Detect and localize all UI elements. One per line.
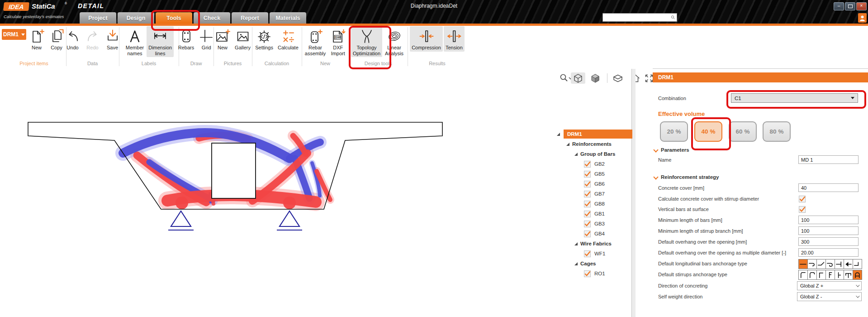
anchorage-type-closed-loop-icon[interactable]	[853, 270, 862, 280]
project-item-dropdown[interactable]: DRM1	[2, 29, 26, 40]
calculate-button[interactable]: Calculate	[276, 26, 300, 52]
input-concrete-cover-mm[interactable]: 40	[798, 183, 859, 192]
home-icon[interactable]	[628, 72, 643, 84]
tab-check[interactable]: Check	[194, 12, 230, 24]
tab-tools[interactable]: Tools	[156, 12, 192, 24]
linear-analysis-button[interactable]: Linear Analysis	[383, 26, 405, 57]
tree-leaf-label: GB5	[594, 171, 605, 177]
tree-item-ro1[interactable]: RO1	[584, 269, 605, 278]
tree-item-cages[interactable]: Cages	[574, 259, 596, 268]
volume-60-button[interactable]: 60 %	[729, 121, 757, 142]
tree-item-reinforcements[interactable]: Reinforcements	[566, 139, 612, 149]
section-header-reinforcement-strategy[interactable]: Reinforcement strategy	[661, 174, 719, 180]
compression-button[interactable]: Compression	[410, 26, 443, 52]
tree-item-gb1[interactable]: GB1	[584, 209, 605, 218]
section-header-parameters[interactable]: Parameters	[661, 147, 689, 153]
anchorage-type-bend-45-icon[interactable]	[816, 259, 826, 269]
anchorage-type-end-plate-icon[interactable]	[835, 259, 844, 269]
tree-item-group-of-bars[interactable]: Group of Bars	[574, 149, 615, 158]
anchorage-type-straight-icon[interactable]	[798, 259, 808, 269]
tree-expander[interactable]	[557, 130, 563, 139]
anchorage-type-hook-180-icon[interactable]	[825, 259, 835, 269]
input-default-overhang-over-the-open[interactable]: 20.00	[798, 248, 859, 257]
tree-checkbox[interactable]	[584, 181, 591, 187]
input-name[interactable]: MD 1	[798, 155, 859, 164]
dxf-import-button[interactable]: DXFDXF Import	[328, 26, 347, 57]
section-chevron-icon[interactable]	[653, 174, 658, 179]
tree-item-gb2[interactable]: GB2	[584, 159, 605, 168]
anchorage-type-head-stud-icon[interactable]	[844, 259, 853, 269]
tree-item-gb5[interactable]: GB5	[584, 169, 605, 178]
search-input[interactable]	[603, 15, 671, 20]
tab-project[interactable]: Project	[80, 12, 116, 24]
input-minimum-length-of-stirrup-bran[interactable]: 100	[798, 226, 859, 235]
anchorage-type-hook-135-icon[interactable]	[807, 270, 817, 280]
section-chevron-icon[interactable]	[653, 147, 658, 152]
anchorage-type-tick-icon[interactable]	[835, 270, 844, 280]
tab-report[interactable]: Report	[232, 12, 268, 24]
minimize-button[interactable]: –	[834, 2, 844, 10]
member-names-button[interactable]: Member names	[124, 26, 146, 57]
tree-item-gb6[interactable]: GB6	[584, 179, 605, 188]
anchorage-type-double-hook-icon[interactable]	[825, 270, 835, 280]
tree-item-wire-fabrics[interactable]: Wire Fabrics	[574, 239, 612, 248]
dimension-lines-button[interactable]: Dimension lines	[147, 26, 174, 57]
tab-design[interactable]: Design	[118, 12, 154, 24]
tree-checkbox[interactable]	[584, 161, 591, 168]
anchorage-type-t-hooks-icon[interactable]	[844, 270, 853, 280]
tree-checkbox[interactable]	[584, 211, 591, 217]
rebars-button[interactable]: Rebars	[176, 26, 196, 52]
tree-item-gb3[interactable]: GB3	[584, 219, 605, 228]
clip-box-icon[interactable]	[611, 72, 625, 84]
tree-checkbox[interactable]	[584, 201, 591, 207]
settings-button[interactable]: Settings	[253, 26, 275, 52]
anchorage-type-hook-90-icon[interactable]	[807, 259, 817, 269]
maximize-button[interactable]	[845, 2, 855, 10]
redo-button[interactable]: Redo	[83, 26, 102, 52]
combination-dropdown[interactable]: C1	[731, 93, 858, 103]
compression-arrows-icon	[419, 29, 434, 44]
expand-triangle-icon[interactable]	[574, 153, 578, 156]
expand-triangle-icon[interactable]	[574, 242, 578, 245]
select-self-weight-direction[interactable]: Global Z -	[797, 292, 862, 301]
anchorage-type-hook-up-icon[interactable]	[853, 259, 862, 269]
tree-scrollbar[interactable]	[631, 69, 636, 317]
solid-cube-icon[interactable]	[588, 72, 602, 84]
tree-item-gb7[interactable]: GB7	[584, 189, 605, 198]
tree-item-gb4[interactable]: GB4	[584, 229, 605, 238]
gallery-button[interactable]: Gallery	[233, 26, 252, 52]
tree-item-drm1[interactable]: DRM1	[564, 130, 632, 139]
new-button[interactable]: New	[213, 26, 232, 52]
tree-item-wf1[interactable]: WF1	[584, 249, 605, 258]
close-button[interactable]: ×	[856, 2, 867, 10]
tree-checkbox[interactable]	[584, 171, 591, 178]
anchorage-type-corner-icon[interactable]	[816, 270, 826, 280]
volume-20-button[interactable]: 20 %	[660, 121, 688, 142]
checkbox-vertical-bars-at-surface[interactable]	[799, 206, 806, 213]
tab-materials[interactable]: Materials	[270, 12, 306, 24]
new-button[interactable]: New	[27, 26, 46, 52]
search-icon[interactable]	[671, 14, 675, 21]
tree-item-gb8[interactable]: GB8	[584, 199, 605, 208]
select-direction-of-concreting[interactable]: Global Z +	[797, 281, 862, 290]
input-minimum-length-of-bars-mm[interactable]: 100	[798, 216, 859, 224]
tree-checkbox[interactable]	[584, 221, 591, 227]
tree-checkbox[interactable]	[584, 270, 591, 277]
tree-checkbox[interactable]	[584, 231, 591, 237]
wireframe-cube-icon[interactable]	[571, 72, 585, 84]
expand-triangle-icon[interactable]	[574, 262, 578, 265]
input-default-overhang-over-the-open[interactable]: 300	[798, 237, 859, 246]
undo-button[interactable]: Undo	[63, 26, 82, 52]
anchorage-type-hook-90s-icon[interactable]	[798, 270, 808, 280]
tension-button[interactable]: Tension	[444, 26, 465, 52]
volume-80-button[interactable]: 80 %	[763, 121, 791, 142]
expand-triangle-icon[interactable]	[566, 143, 569, 146]
user-account-icon[interactable]	[858, 13, 867, 23]
tree-checkbox[interactable]	[584, 191, 591, 197]
model-canvas[interactable]	[0, 68, 653, 317]
rebar-assembly-button[interactable]: Rebar assembly	[303, 26, 327, 57]
checkbox-calculate-concrete-cover-with-[interactable]	[799, 196, 806, 202]
volume-40-button[interactable]: 40 %	[694, 121, 722, 142]
topology-optimization-button[interactable]: Topology Optimization	[351, 26, 382, 57]
tree-checkbox[interactable]	[584, 250, 591, 257]
